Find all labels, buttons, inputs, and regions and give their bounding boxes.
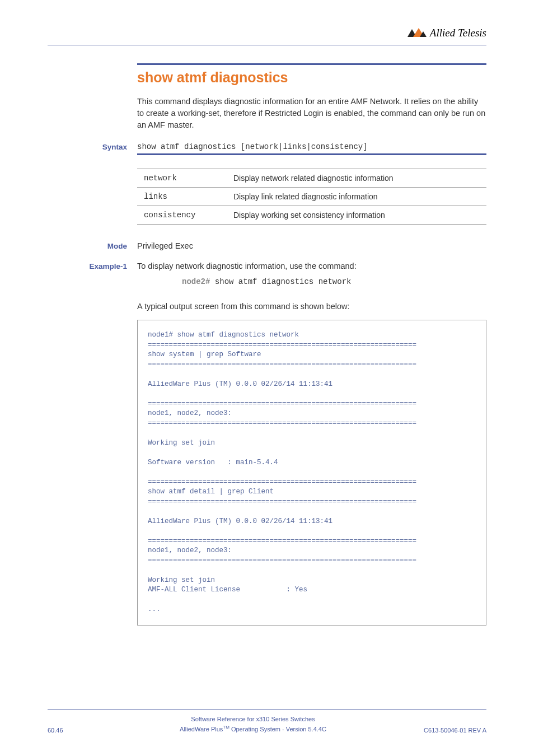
mode-label: Mode — [48, 241, 137, 250]
table-row: consistency Display working set consiste… — [137, 206, 486, 225]
footer-revision: C613-50046-01 REV A — [414, 727, 486, 734]
command-prompt: node2# — [182, 277, 210, 286]
page-title: show atmf diagnostics — [137, 69, 486, 86]
title-rule — [137, 63, 486, 65]
example-label: Example-1 — [48, 262, 137, 270]
brand-logo-text: Allied Telesis — [430, 27, 486, 39]
syntax-label: Syntax — [48, 142, 137, 151]
param-desc: Display network related diagnostic infor… — [227, 169, 486, 188]
param-desc: Display link related diagnostic informat… — [227, 188, 486, 206]
trademark-symbol: TM — [223, 725, 229, 730]
param-desc: Display working set consistency informat… — [227, 206, 486, 225]
brand-logo: Allied Telesis — [407, 27, 486, 39]
param-name: consistency — [137, 206, 227, 225]
example-command: node2# show atmf diagnostics network — [182, 277, 486, 286]
footer-rule — [48, 710, 486, 710]
parameter-table: network Display network related diagnost… — [137, 169, 486, 225]
syntax-row: Syntax show atmf diagnostics [network|li… — [137, 142, 486, 155]
table-row: links Display link related diagnostic in… — [137, 188, 486, 206]
footer-line1: Software Reference for x310 Series Switc… — [92, 715, 414, 724]
page-footer: 60.46 Software Reference for x310 Series… — [48, 710, 486, 734]
footer-center: Software Reference for x310 Series Switc… — [92, 715, 414, 734]
mode-row: Mode Privileged Exec — [137, 241, 486, 250]
param-name: network — [137, 169, 227, 188]
allied-telesis-mark-icon — [407, 28, 427, 38]
param-name: links — [137, 188, 227, 206]
footer-page-number: 60.46 — [48, 727, 92, 734]
example-text: To display network diagnostic informatio… — [137, 262, 357, 270]
mode-value: Privileged Exec — [137, 241, 193, 250]
page-header: Allied Telesis — [48, 27, 486, 45]
output-intro: A typical output screen from this comman… — [137, 302, 486, 311]
table-row: network Display network related diagnost… — [137, 169, 486, 188]
syntax-rule — [137, 153, 486, 155]
output-box: node1# show atmf diagnostics network ===… — [137, 320, 486, 626]
intro-paragraph: This command displays diagnostic informa… — [137, 96, 486, 131]
command-text: show atmf diagnostics network — [210, 277, 351, 286]
example-row: Example-1 To display network diagnostic … — [137, 262, 486, 270]
footer-line2: AlliedWare PlusTM Operating System - Ver… — [92, 724, 414, 734]
syntax-code: show atmf diagnostics [network|links|con… — [137, 142, 486, 151]
